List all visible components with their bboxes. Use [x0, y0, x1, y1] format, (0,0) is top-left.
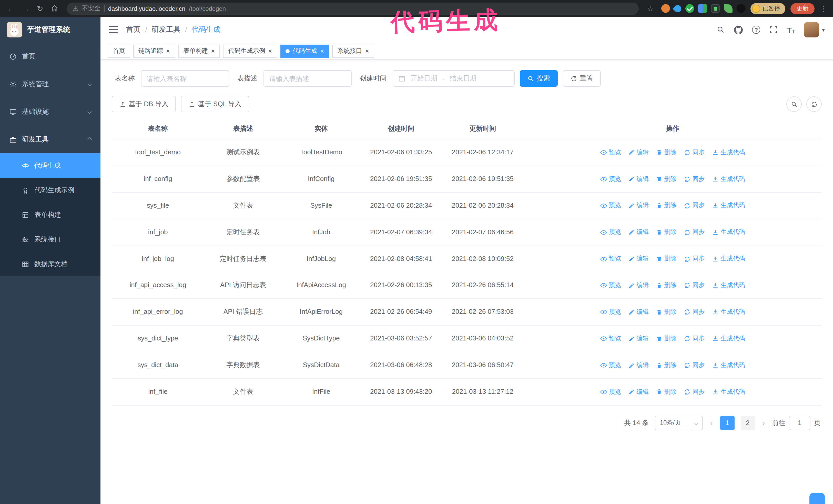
import-db-button[interactable]: 基于 DB 导入: [112, 96, 176, 112]
help-icon[interactable]: ?: [752, 26, 760, 34]
user-menu[interactable]: ▾: [804, 22, 825, 38]
preview-link[interactable]: 预览: [600, 308, 621, 316]
import-sql-button[interactable]: 基于 SQL 导入: [181, 96, 249, 112]
sidebar-item-db-docs[interactable]: 数据库文档: [0, 252, 100, 277]
home-icon[interactable]: [48, 2, 61, 15]
page-size-select[interactable]: 10条/页: [655, 416, 703, 430]
edit-link[interactable]: 编辑: [628, 308, 649, 316]
generate-code-link[interactable]: 生成代码: [712, 202, 745, 210]
extension-icon[interactable]: [698, 4, 707, 13]
preview-link[interactable]: 预览: [600, 255, 621, 263]
sync-link[interactable]: 同步: [684, 202, 705, 210]
sync-link[interactable]: 同步: [684, 255, 705, 263]
generate-code-link[interactable]: 生成代码: [712, 148, 745, 157]
generate-code-link[interactable]: 生成代码: [712, 282, 745, 289]
extension-icon[interactable]: [661, 4, 670, 13]
table-desc-input[interactable]: [263, 70, 352, 87]
generate-code-link[interactable]: 生成代码: [712, 255, 745, 263]
edit-link[interactable]: 编辑: [628, 335, 649, 343]
tab-home[interactable]: 首页: [108, 44, 130, 58]
back-to-top-button[interactable]: [809, 493, 825, 504]
avatar[interactable]: [804, 22, 819, 38]
toggle-search-button[interactable]: [786, 96, 802, 112]
edit-link[interactable]: 编辑: [628, 361, 649, 369]
page-button-2[interactable]: 2: [740, 416, 755, 430]
search-icon[interactable]: [717, 26, 725, 34]
font-size-icon[interactable]: TT: [787, 25, 795, 34]
sidebar-item-system-api[interactable]: 系统接口: [0, 227, 100, 252]
refresh-table-button[interactable]: [806, 96, 822, 112]
edit-link[interactable]: 编辑: [628, 229, 649, 236]
sync-link[interactable]: 同步: [684, 361, 705, 369]
generate-code-link[interactable]: 生成代码: [712, 335, 745, 343]
sidebar-item-codegen-example[interactable]: 代码生成示例: [0, 178, 100, 202]
delete-link[interactable]: 删除: [656, 361, 676, 369]
edit-link[interactable]: 编辑: [628, 202, 649, 210]
tab-form-builder[interactable]: 表单构建×: [178, 44, 220, 58]
forward-icon[interactable]: →: [20, 2, 32, 15]
search-button[interactable]: 搜索: [520, 70, 558, 87]
delete-link[interactable]: 删除: [656, 335, 676, 343]
preview-link[interactable]: 预览: [600, 229, 621, 236]
goto-page-input[interactable]: [789, 416, 810, 430]
delete-link[interactable]: 删除: [656, 175, 676, 183]
preview-link[interactable]: 预览: [600, 202, 621, 210]
delete-link[interactable]: 删除: [656, 282, 676, 289]
sidebar-item-system-management[interactable]: 系统管理: [0, 70, 100, 98]
reload-icon[interactable]: ↻: [34, 2, 46, 15]
sidebar-item-home[interactable]: 首页: [0, 43, 100, 70]
table-name-input[interactable]: [141, 70, 229, 87]
tab-link-tracing[interactable]: 链路追踪×: [133, 44, 175, 58]
delete-link[interactable]: 删除: [656, 229, 676, 236]
delete-link[interactable]: 删除: [656, 388, 676, 396]
breadcrumb-item[interactable]: 首页: [126, 25, 140, 34]
github-icon[interactable]: [734, 25, 743, 34]
tab-system-api[interactable]: 系统接口×: [332, 44, 374, 58]
preview-link[interactable]: 预览: [600, 175, 621, 183]
generate-code-link[interactable]: 生成代码: [712, 175, 745, 183]
sidebar-item-form-builder[interactable]: 表单构建: [0, 202, 100, 227]
generate-code-link[interactable]: 生成代码: [712, 361, 745, 369]
preview-link[interactable]: 预览: [600, 148, 621, 157]
extension-icon[interactable]: [723, 4, 732, 13]
generate-code-link[interactable]: 生成代码: [712, 388, 745, 396]
delete-link[interactable]: 删除: [656, 202, 676, 210]
sync-link[interactable]: 同步: [684, 175, 705, 183]
sidebar-item-infrastructure[interactable]: 基础设施: [0, 98, 100, 126]
extension-icon[interactable]: [711, 4, 719, 13]
close-icon[interactable]: ×: [365, 48, 369, 54]
preview-link[interactable]: 预览: [600, 361, 621, 369]
prev-page-button[interactable]: ‹: [709, 418, 714, 428]
sync-link[interactable]: 同步: [684, 148, 705, 157]
collapse-sidebar-icon[interactable]: [109, 26, 118, 33]
close-icon[interactable]: ×: [211, 48, 215, 54]
close-icon[interactable]: ×: [320, 48, 324, 54]
sync-link[interactable]: 同步: [684, 282, 705, 289]
extension-icon[interactable]: [685, 4, 694, 13]
browser-menu-icon[interactable]: ⋮: [819, 4, 828, 13]
sync-link[interactable]: 同步: [684, 335, 705, 343]
generate-code-link[interactable]: 生成代码: [712, 229, 745, 236]
back-icon[interactable]: ←: [5, 2, 18, 15]
sidebar-item-codegen[interactable]: </> 代码生成: [0, 153, 100, 178]
sync-link[interactable]: 同步: [684, 308, 705, 316]
bookmark-star-icon[interactable]: ☆: [645, 4, 656, 13]
extension-icon[interactable]: [736, 4, 745, 13]
breadcrumb-item[interactable]: 研发工具: [152, 25, 181, 34]
chrome-update-button[interactable]: 更新: [790, 3, 814, 14]
reset-button[interactable]: 重置: [563, 70, 601, 87]
close-icon[interactable]: ×: [166, 48, 170, 54]
preview-link[interactable]: 预览: [600, 282, 621, 289]
fullscreen-icon[interactable]: [769, 26, 778, 34]
delete-link[interactable]: 删除: [656, 255, 676, 263]
page-button-1[interactable]: 1: [720, 416, 734, 430]
delete-link[interactable]: 删除: [656, 148, 676, 157]
next-page-button[interactable]: ›: [761, 418, 766, 428]
preview-link[interactable]: 预览: [600, 335, 621, 343]
preview-link[interactable]: 预览: [600, 388, 621, 396]
extension-icon[interactable]: [672, 3, 683, 14]
tab-codegen-example[interactable]: 代码生成示例×: [223, 44, 277, 58]
address-bar[interactable]: ⚠ 不安全 dashboard.yudao.iocoder.cn /tool/c…: [67, 2, 639, 15]
profile-paused-badge[interactable]: 已暂停: [750, 3, 785, 14]
sidebar-item-dev-tools[interactable]: 研发工具: [0, 126, 100, 153]
